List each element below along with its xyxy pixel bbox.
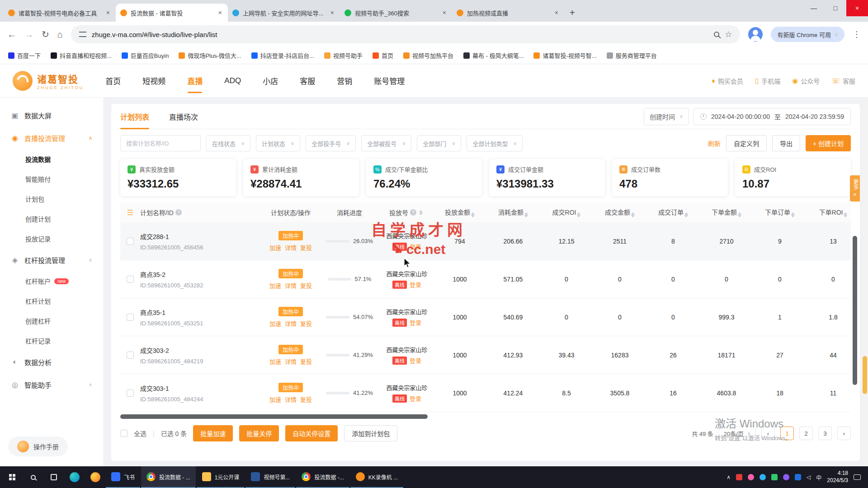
chrome-update-button[interactable]: 有新版 Chrome 可用 ∨ (771, 27, 844, 42)
auto-stop-settings-button[interactable]: 自动关停设置 (285, 425, 338, 441)
tab-live-sessions[interactable]: 直播场次 (169, 104, 198, 129)
sidebar-item-data-analysis[interactable]: ◐数据分析 (0, 351, 103, 373)
notification-center-icon[interactable] (854, 474, 861, 480)
manual-button[interactable]: 操作手册 (8, 436, 68, 456)
pinned-edge-button[interactable] (64, 466, 85, 488)
tab-close-icon[interactable]: × (553, 9, 560, 16)
browser-tab[interactable]: 诸葛智投-视频号电商必备工具 × (4, 4, 116, 22)
nav-short-video[interactable]: 短视频 (142, 64, 165, 98)
details-link[interactable]: 详情 (285, 357, 297, 366)
horizontal-scrollbar[interactable] (120, 414, 851, 419)
taskbar-app-chrome-active[interactable]: 投流数据 - ... (141, 466, 196, 488)
next-page-button[interactable]: › (837, 427, 851, 440)
row-checkbox[interactable] (127, 352, 134, 359)
site-settings-icon[interactable] (79, 32, 86, 37)
login-link[interactable]: 登录 (410, 318, 421, 327)
table-row[interactable]: 成交303-1ID:5896261005_484244 加热中加速详情复投 41… (120, 374, 851, 412)
prev-page-button[interactable]: ‹ (761, 427, 775, 440)
tray-app-icon[interactable] (795, 474, 801, 480)
sidebar-group-smart-assistant[interactable]: ◎智能助手∧ (0, 373, 103, 396)
sort-icon[interactable] (791, 212, 795, 217)
window-close-button[interactable]: × (846, 0, 868, 16)
sort-icon[interactable] (471, 212, 475, 217)
help-icon[interactable] (410, 209, 416, 216)
taskbar-app-feishu[interactable]: 飞书 (106, 466, 140, 488)
login-link[interactable]: 登录 (410, 280, 421, 289)
bookmark-item[interactable]: 微现场Plus-微信大... (179, 51, 241, 60)
tab-plan-list[interactable]: 计划列表 (120, 104, 149, 129)
export-button[interactable]: 导出 (772, 135, 800, 151)
details-link[interactable]: 详情 (285, 281, 297, 290)
sidebar-item-delivery-record[interactable]: 投放记录 (0, 229, 103, 249)
browser-menu-icon[interactable]: ⋮ (853, 29, 861, 39)
sidebar-item-flow-data[interactable]: 投流数据 (0, 149, 103, 169)
bookmark-item[interactable]: 服务商管理平台 (607, 51, 657, 60)
page-1-button[interactable]: 1 (780, 427, 794, 440)
accelerate-link[interactable]: 加速 (269, 357, 281, 366)
operator-select[interactable]: 全部投手号∨ (306, 135, 356, 151)
bookmark-item[interactable]: 巨量百应Buyin (122, 51, 169, 60)
nav-home[interactable]: 首页 (105, 64, 121, 98)
sidebar-item-lever-account[interactable]: 杠杆账户new (0, 271, 103, 291)
accelerate-link[interactable]: 加速 (269, 319, 281, 328)
app-logo[interactable]: 诸葛智投 ZHUGE ZHITOU (13, 71, 84, 91)
url-text[interactable]: zhuge.v-ma.com/#/live-studio/live-plan/l… (92, 31, 708, 38)
department-select[interactable]: 全部部门∨ (417, 135, 461, 151)
tray-expand-icon[interactable]: ∧ (726, 474, 731, 480)
more-stats-button[interactable]: 更多» (850, 175, 860, 202)
row-checkbox[interactable] (127, 276, 134, 283)
details-link[interactable]: 详情 (285, 319, 297, 328)
nav-marketing[interactable]: 营销 (337, 64, 352, 98)
page-scrollbar-thumb[interactable] (863, 356, 867, 394)
tab-close-icon[interactable]: × (105, 9, 111, 16)
reinvest-link[interactable]: 复投 (300, 281, 312, 290)
tray-app-icon[interactable] (736, 474, 742, 480)
sort-icon[interactable] (684, 212, 688, 217)
taskbar-clock[interactable]: 4:18 2024/5/3 (827, 470, 848, 484)
nav-service[interactable]: 客服 (300, 64, 315, 98)
reinvest-link[interactable]: 复投 (300, 243, 312, 252)
taskbar-app-folder[interactable]: 1元公开课 (197, 466, 245, 488)
taskbar-app-word[interactable]: 视频号第... (245, 466, 295, 488)
sidebar-item-lever-plan[interactable]: 杠杆计划 (0, 291, 103, 311)
plan-search-input[interactable] (120, 135, 201, 151)
time-type-select[interactable]: 创建时间∨ (644, 108, 689, 125)
select-all-label[interactable]: 全选 (134, 429, 146, 438)
search-icon[interactable] (714, 32, 719, 37)
task-view-button[interactable] (43, 466, 64, 488)
columns-menu-icon[interactable]: ☰ (127, 208, 133, 217)
table-row[interactable]: 成交288-1ID:5896261005_456456 加热中加速详情复投 26… (120, 222, 851, 260)
nav-adq[interactable]: ADQ (224, 64, 241, 98)
page-3-button[interactable]: 3 (818, 427, 832, 440)
nav-live[interactable]: 直播 (187, 64, 203, 98)
bookmark-star-icon[interactable]: ☆ (725, 29, 732, 39)
login-link[interactable]: 登录 (410, 394, 421, 403)
start-button[interactable] (2, 466, 23, 488)
tray-app-icon[interactable] (748, 474, 754, 480)
taskbar-app-chrome-2[interactable]: 投流数据 -... (296, 466, 349, 488)
login-link[interactable]: 登录 (410, 242, 421, 251)
home-icon[interactable]: ⌂ (57, 30, 63, 39)
bookmark-item[interactable]: 百度一下 (8, 51, 41, 60)
row-checkbox[interactable] (127, 314, 134, 321)
table-row[interactable]: 成交303-2ID:5896261005_484219 加热中加速详情复投 41… (120, 336, 851, 374)
sidebar-item-smart-compensation[interactable]: 智能赔付 (0, 169, 103, 189)
window-maximize-button[interactable]: □ (825, 0, 846, 16)
back-icon[interactable]: ← (7, 30, 16, 39)
sidebar-item-create-plan[interactable]: 创建计划 (0, 209, 103, 229)
address-bar[interactable]: zhuge.v-ma.com/#/live-studio/live-plan/l… (71, 25, 741, 43)
input-method-indicator[interactable]: 中 (816, 474, 821, 481)
tab-close-icon[interactable]: × (329, 9, 335, 16)
accelerate-link[interactable]: 加速 (269, 243, 281, 252)
accelerate-link[interactable]: 加速 (269, 395, 281, 404)
pinned-firefox-button[interactable] (85, 466, 106, 488)
taskbar-search-button[interactable] (23, 466, 43, 488)
new-tab-button[interactable]: + (564, 8, 580, 22)
bookmark-item[interactable]: 视频号助手 (324, 51, 363, 60)
vertical-scrollbar-thumb[interactable] (853, 236, 857, 385)
official-account-link[interactable]: ◉公众号 (792, 76, 820, 85)
bookmark-item[interactable]: 抖音直播和短视频... (51, 51, 112, 60)
target-account-select[interactable]: 全部被投号∨ (361, 135, 411, 151)
forward-icon[interactable]: → (24, 30, 33, 39)
reinvest-link[interactable]: 复投 (300, 395, 312, 404)
